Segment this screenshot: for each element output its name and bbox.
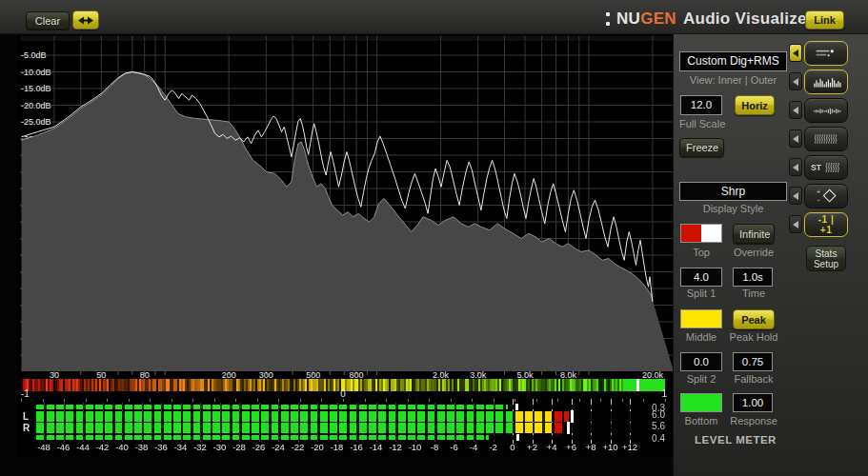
top-bar: Clear NUGEN Audio Visualizer Link [0,0,868,34]
clear-button[interactable]: Clear [26,11,70,30]
channel-label-R: R [23,423,30,433]
db-axis-label: -25.0dB [21,117,51,127]
mode-arrow-waveform-history[interactable] [789,101,802,119]
bottom-color-swatch[interactable] [680,393,722,412]
peak-hold-tick [516,434,519,441]
db-axis-label: -20.0dB [21,101,51,110]
spectrum-icon [811,73,841,90]
app-logo: NUGEN Audio Visualizer [606,9,814,30]
db-axis-label: -5.0dB [21,50,47,60]
split2-label: Split 2 [680,373,722,385]
level-meter-title: LEVEL METER [679,434,792,446]
logo-nu: NU [616,10,640,29]
correlation-scale-ticks [17,399,676,403]
fallback-label: Fallback [727,373,780,385]
correlation-zero-label: 0 [335,388,351,399]
time-label: Time [729,288,778,299]
waveform-history-icon [811,102,841,119]
full-scale-label: Full Scale [679,118,725,129]
preset-field[interactable]: Custom Dig+RMS [679,51,787,71]
freq-axis-label: 80 [140,370,150,379]
db-axis-label: -15.0dB [21,84,51,93]
mode-button-waveform-history[interactable] [804,98,848,123]
meter-readout: 5.6 [631,421,665,431]
view-mode-label[interactable]: View: Inner | Outer [679,74,787,86]
nugen-dots-icon [606,12,610,26]
control-panel: Custom Dig+RMS View: Inner | Outer 12.0 … [673,34,868,476]
mode-arrow-correlation[interactable] [789,215,802,233]
mode-button-spectrum[interactable] [804,69,848,94]
meter-scale-label: +12 [617,442,642,452]
freq-axis-label: 300 [259,370,273,379]
response-field[interactable]: 1.00 [733,393,773,412]
meter-bar-aux [34,405,632,409]
mode-arrow-vectorscope[interactable] [789,187,802,205]
top-label: Top [680,247,722,258]
freq-axis-label: 20.0k [642,370,664,379]
override-button[interactable]: Infinite [733,224,775,244]
correlation-icon: -1 | +1 [811,214,841,235]
stats-setup-button[interactable]: Stats Setup [806,246,846,271]
peak-hold-label: Peak Hold [725,331,782,343]
display-style-field[interactable]: Shrp [679,182,787,201]
fallback-field[interactable]: 0.75 [733,352,773,371]
split1-label: Split 1 [680,288,722,299]
meter-bar-L [34,411,632,422]
st-label: ST [811,163,821,172]
display-style-label: Display Style [679,203,787,214]
peak-hold-tick [515,404,518,410]
h-scroll-button[interactable] [72,10,99,30]
mode-button-display-options[interactable] [804,41,848,66]
peak-hold-tick [567,422,570,434]
freq-axis-label: 800 [350,370,364,379]
sonogram-icon [811,129,841,149]
mode-button-stereo-sonogram[interactable]: ST [804,155,848,180]
mode-button-sonogram[interactable] [804,127,848,151]
top-color-swatch[interactable] [680,224,722,243]
full-scale-field[interactable]: 12.0 [680,95,722,115]
display-options-icon [811,45,841,62]
middle-label: Middle [680,331,722,343]
bottom-label: Bottom [680,415,722,426]
logo-product: Audio Visualizer [683,10,814,29]
split2-field[interactable]: 0.0 [680,352,722,371]
freeze-button[interactable]: Freeze [679,138,724,157]
mode-arrow-display-options[interactable] [789,44,802,62]
freq-axis-label: 8.0k [560,370,577,379]
peak-hold-tick [571,410,574,423]
mode-button-vectorscope[interactable]: + - [804,184,848,208]
response-label: Response [725,415,782,426]
link-button[interactable]: Link [805,10,844,30]
channel-label-L: L [23,411,29,422]
vectorscope-icon: + - [811,186,841,207]
mode-button-correlation[interactable]: -1 | +1 [804,212,848,237]
freq-axis-label: 3.0k [470,370,487,379]
mode-arrow-stereo-sonogram[interactable] [789,158,802,176]
svg-text:-: - [818,195,820,204]
meter-bar-R [34,423,632,433]
peak-hold-button[interactable]: Peak [733,309,775,329]
horiz-button[interactable]: Horiz [735,95,775,115]
stereo-sonogram-icon [824,158,841,177]
spectrum-plot: -5.0dB-10.0dB-15.0dB-20.0dB-25.0dB-30.0d… [17,36,676,379]
override-label: Override [729,247,778,258]
freq-axis-label: 30 [50,370,59,379]
freq-axis-label: 5.0k [517,370,535,379]
freq-axis-label: 200 [222,370,236,379]
left-right-arrows-icon [78,16,93,25]
middle-color-swatch[interactable] [680,309,722,328]
freq-axis-label: 2.0k [433,370,450,379]
freq-axis-label: 50 [96,370,106,379]
mode-arrow-sonogram[interactable] [789,129,802,148]
meter-readout: 6.0 [631,409,665,420]
db-axis-label: -10.0dB [21,68,51,77]
spectrum-analyzer-display[interactable]: -5.0dB-10.0dB-15.0dB-20.0dB-25.0dB-30.0d… [17,36,676,457]
mode-arrow-spectrum[interactable] [789,72,802,90]
time-field[interactable]: 1.0s [733,268,773,287]
correlation-min-label: -1 [21,388,30,399]
logo-gen: GEN [640,10,676,29]
meter-bar-aux [34,435,632,440]
correlation-max-label: 1 [657,388,667,399]
freq-axis-label: 500 [306,370,320,379]
split1-field[interactable]: 4.0 [680,268,722,287]
